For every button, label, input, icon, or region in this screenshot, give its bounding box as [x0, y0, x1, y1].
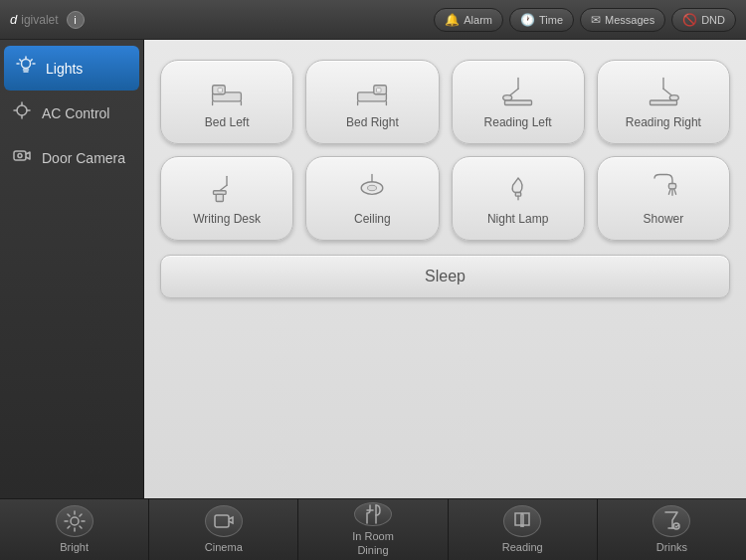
- lights-grid: Bed Left Bed Right: [160, 60, 730, 241]
- svg-line-42: [68, 526, 70, 528]
- sidebar-item-lights[interactable]: Lights: [4, 46, 139, 91]
- logo: digivalet: [10, 12, 59, 27]
- drinks-button[interactable]: Drinks: [598, 499, 746, 560]
- reading-left-icon: [500, 76, 536, 107]
- dnd-label: DND: [701, 14, 725, 26]
- bed-left-button[interactable]: Bed Left: [160, 60, 293, 144]
- top-bar-left: digivalet i: [10, 11, 85, 29]
- reading-right-button[interactable]: Reading Right: [597, 60, 730, 144]
- reading-right-icon: [646, 76, 681, 107]
- svg-line-32: [668, 189, 670, 194]
- alarm-label: Alarm: [464, 14, 492, 26]
- ceiling-icon: [354, 172, 390, 204]
- svg-line-34: [674, 189, 676, 194]
- cinema-button[interactable]: Cinema: [149, 499, 298, 560]
- svg-rect-21: [650, 100, 676, 105]
- lights-icon: [16, 56, 36, 81]
- bed-left-icon: [209, 76, 245, 107]
- camera-icon: [12, 145, 32, 170]
- svg-rect-17: [504, 100, 531, 105]
- reading-button[interactable]: Reading: [449, 499, 598, 560]
- bright-button[interactable]: Bright: [0, 499, 149, 560]
- writing-desk-icon: [209, 172, 245, 204]
- bed-right-button[interactable]: Bed Right: [305, 60, 439, 144]
- cinema-icon-wrap: [205, 505, 243, 537]
- svg-rect-8: [218, 89, 223, 93]
- shower-button[interactable]: Shower: [597, 156, 730, 241]
- bright-icon-wrap: [56, 505, 93, 537]
- reading-icon: [511, 510, 533, 532]
- ceiling-label: Ceiling: [354, 212, 391, 226]
- messages-label: Messages: [605, 14, 654, 26]
- bed-right-icon: [354, 76, 390, 107]
- sidebar-item-door-camera[interactable]: Door Camera: [0, 135, 143, 180]
- dining-label: In Room Dining: [352, 530, 394, 556]
- night-lamp-button[interactable]: Night Lamp: [452, 156, 585, 241]
- bed-right-label: Bed Right: [346, 115, 399, 129]
- drinks-label: Drinks: [656, 541, 687, 554]
- shower-label: Shower: [644, 212, 684, 226]
- messages-button[interactable]: ✉ Messages: [580, 8, 665, 32]
- alarm-icon: 🔔: [445, 13, 460, 27]
- logo-rest: igivalet: [21, 13, 58, 27]
- svg-rect-25: [216, 195, 223, 202]
- writing-desk-label: Writing Desk: [193, 212, 261, 226]
- bottom-bar: Bright Cinema In Room Dining: [0, 498, 746, 560]
- shower-icon: [646, 172, 681, 204]
- svg-point-16: [502, 95, 511, 100]
- reading-icon-wrap: [503, 505, 541, 537]
- svg-rect-44: [215, 515, 229, 527]
- messages-icon: ✉: [591, 13, 601, 27]
- reading-left-label: Reading Left: [484, 115, 552, 129]
- svg-point-35: [71, 517, 79, 525]
- reading-left-button[interactable]: Reading Left: [452, 60, 585, 144]
- bright-label: Bright: [60, 541, 89, 554]
- alarm-button[interactable]: 🔔 Alarm: [434, 8, 503, 32]
- time-icon: 🕐: [520, 13, 535, 27]
- svg-point-46: [673, 523, 679, 529]
- content-area: Bed Left Bed Right: [144, 40, 746, 498]
- cinema-icon: [213, 510, 235, 532]
- sidebar-camera-label: Door Camera: [42, 150, 125, 166]
- drinks-icon: [660, 510, 682, 532]
- sidebar-item-ac-control[interactable]: AC Control: [0, 91, 143, 135]
- reading-label: Reading: [502, 541, 543, 554]
- top-bar: digivalet i 🔔 Alarm 🕐 Time ✉ Messages 🚫 …: [0, 0, 746, 40]
- info-button[interactable]: i: [67, 11, 85, 29]
- top-nav: 🔔 Alarm 🕐 Time ✉ Messages 🚫 DND: [434, 8, 736, 32]
- svg-rect-13: [377, 89, 382, 93]
- svg-line-40: [68, 514, 70, 516]
- drinks-icon-wrap: [653, 505, 690, 537]
- main-area: Lights AC Control Door Camera: [0, 40, 746, 498]
- svg-point-3: [18, 154, 22, 158]
- svg-point-27: [368, 186, 377, 191]
- svg-line-41: [80, 526, 82, 528]
- night-lamp-icon: [500, 172, 536, 204]
- svg-point-1: [17, 105, 27, 115]
- reading-right-label: Reading Right: [626, 115, 701, 129]
- ac-icon: [12, 100, 32, 125]
- svg-line-43: [80, 514, 82, 516]
- in-room-dining-button[interactable]: In Room Dining: [298, 499, 448, 560]
- dnd-button[interactable]: 🚫 DND: [671, 8, 736, 32]
- dining-icon: [362, 503, 384, 525]
- svg-rect-31: [668, 184, 675, 189]
- svg-line-23: [220, 186, 227, 191]
- night-lamp-label: Night Lamp: [487, 212, 548, 226]
- sidebar-ac-label: AC Control: [42, 105, 109, 121]
- svg-point-0: [22, 60, 31, 69]
- sleep-button[interactable]: Sleep: [160, 255, 730, 298]
- svg-point-20: [669, 95, 678, 100]
- dnd-icon: 🚫: [682, 13, 697, 27]
- sidebar-lights-label: Lights: [46, 61, 83, 77]
- svg-rect-2: [14, 151, 26, 160]
- bright-icon: [64, 510, 86, 532]
- logo-d: d: [10, 12, 17, 27]
- cinema-label: Cinema: [205, 541, 243, 554]
- dining-icon-wrap: [354, 502, 392, 526]
- writing-desk-button[interactable]: Writing Desk: [160, 156, 293, 241]
- time-label: Time: [539, 14, 563, 26]
- bed-left-label: Bed Left: [205, 115, 250, 129]
- ceiling-button[interactable]: Ceiling: [305, 156, 439, 241]
- time-button[interactable]: 🕐 Time: [509, 8, 574, 32]
